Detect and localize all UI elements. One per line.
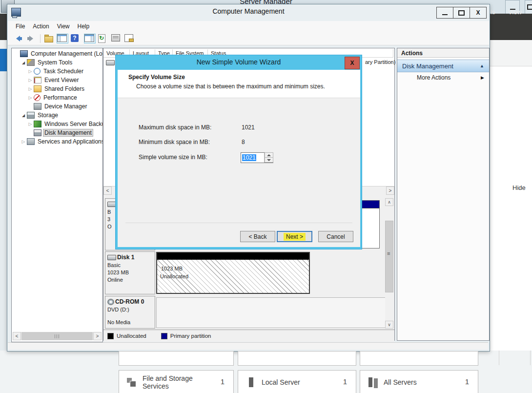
back-button-label: < Back (248, 233, 266, 240)
tree-expanded-icon[interactable]: ◢ (20, 61, 26, 65)
server-manager-menu-view[interactable]: View (508, 8, 522, 16)
device-manager-icon (34, 103, 41, 110)
tile-count: 1 (343, 377, 347, 386)
disk-view-vertical-scrollbar[interactable]: ∧ ∨ (385, 198, 393, 329)
dashboard-divider (530, 351, 531, 365)
collapse-icon[interactable]: ▲ (480, 63, 484, 68)
disk1-label-box[interactable]: Disk 1 Basic 1023 MB Online (105, 251, 155, 294)
dialog-description: Choose a volume size that is between the… (136, 83, 325, 90)
folder-up-icon[interactable] (43, 34, 54, 43)
unallocated-label: Unallocated (117, 333, 146, 339)
tree-horizontal-scrollbar[interactable]: < > (13, 332, 102, 340)
cdrom-status: No Media (107, 319, 155, 325)
cdrom-drive: DVD (D:) (107, 307, 155, 312)
window-maximize-button[interactable] (453, 7, 470, 19)
cdrom-label-box[interactable]: CD-ROM 0 DVD (D:) No Media (105, 296, 155, 329)
server-manager-content-strip (490, 66, 532, 351)
tree-collapsed-icon[interactable]: ▷ (27, 86, 33, 91)
server-manager-menu-tools[interactable]: ls (491, 8, 495, 16)
tile-all-servers[interactable]: All Servers1 (360, 370, 478, 393)
tree-item-computer-management-local[interactable]: Computer Management (Local (12, 49, 102, 58)
disk1-name: Disk 1 (117, 254, 134, 261)
storage-icon (27, 112, 35, 119)
windows-server-backup-icon (34, 121, 41, 127)
forward-icon[interactable] (26, 34, 37, 43)
back-button[interactable]: < Back (240, 231, 275, 242)
tree-collapsed-icon[interactable]: ▷ (20, 139, 26, 144)
dialog-close-button[interactable] (345, 57, 360, 69)
window-title: Computer Management (7, 7, 490, 15)
shared-folders-icon (34, 85, 41, 92)
export-list-icon[interactable] (124, 34, 135, 43)
server-manager-maximize-button[interactable] (525, 0, 532, 14)
scroll-thumb[interactable] (21, 332, 93, 340)
volume-size-value: 1021 (242, 154, 256, 161)
menu-file[interactable]: File (16, 23, 25, 30)
menu-view[interactable]: View (57, 23, 70, 30)
help-icon[interactable] (71, 34, 82, 43)
spin-down-button[interactable] (265, 157, 273, 163)
screen: Server Manager ls View Hide File and Sto… (0, 0, 532, 393)
dashboard-divider (499, 351, 499, 365)
scroll-up-button[interactable]: ∧ (385, 198, 393, 206)
tree-collapsed-icon[interactable]: ▷ (27, 78, 33, 83)
all-servers-icon (367, 376, 379, 388)
tile-local-server[interactable]: Local Server1 (238, 370, 356, 393)
window-titlebar[interactable]: Computer Management (7, 4, 490, 20)
cancel-button[interactable]: Cancel (318, 231, 353, 242)
tile-count: 1 (221, 377, 225, 386)
left-edge-strip (0, 40, 7, 49)
tree-collapsed-icon[interactable]: ▷ (27, 69, 33, 74)
actions-group-disk-management[interactable]: Disk Management ▲ (397, 60, 489, 72)
hide-link[interactable]: Hide (512, 184, 526, 191)
window-controls (437, 7, 487, 19)
next-button[interactable]: Next > (277, 231, 312, 242)
actions-group-title: Disk Management (402, 62, 453, 70)
tree-item-system-tools[interactable]: ◢System Tools (12, 58, 102, 67)
tile-partial (360, 351, 478, 366)
volume-size-input[interactable]: 1021 (241, 153, 264, 163)
tree-item-storage[interactable]: ◢Storage (12, 111, 102, 120)
show-action-pane-icon[interactable] (84, 34, 96, 43)
back-icon[interactable] (13, 34, 23, 43)
tree-item-disk-management[interactable]: Disk Management (12, 128, 102, 137)
dialog-content: Specify Volume Size Choose a volume size… (118, 70, 360, 247)
tree-item-task-scheduler[interactable]: ▷Task Scheduler (12, 67, 102, 76)
tile-label: File and Storage Services (143, 374, 216, 390)
dialog-heading: Specify Volume Size (128, 74, 185, 81)
window-close-button[interactable] (470, 7, 487, 19)
scroll-left-button[interactable]: < (13, 332, 21, 340)
scroll-thumb[interactable] (385, 221, 393, 292)
tree-expanded-icon[interactable]: ◢ (20, 113, 26, 118)
scroll-right-button[interactable]: > (93, 332, 102, 340)
disk1-unallocated-region[interactable]: 1023 MB Unallocated (156, 252, 310, 294)
refresh-icon[interactable] (98, 34, 109, 43)
more-actions-item[interactable]: More Actions ▶ (397, 72, 489, 83)
event-viewer-icon (34, 77, 41, 83)
scroll-right-button[interactable]: > (386, 186, 394, 195)
tile-file-and-storage-services[interactable]: File and Storage Services1 (119, 370, 234, 393)
simple-volume-size-label: Simple volume size in MB: (139, 154, 207, 161)
volume-size-spinbox[interactable]: 1021 (241, 152, 273, 163)
tree-item-device-manager[interactable]: Device Manager (12, 102, 102, 111)
tree-item-windows-server-backup[interactable]: ▷Windows Server Backup (12, 120, 102, 128)
tree-item-performance[interactable]: ▷Performance (12, 93, 102, 102)
show-console-tree-icon[interactable] (57, 34, 68, 43)
tree-item-shared-folders[interactable]: ▷Shared Folders (12, 84, 102, 93)
tree-collapsed-icon[interactable]: ▷ (27, 122, 33, 126)
region-state-label: Unallocated (160, 273, 188, 279)
unallocated-swatch (107, 333, 114, 339)
tree-collapsed-icon[interactable]: ▷ (27, 95, 33, 100)
tree-item-services-and-applications[interactable]: ▷Services and Applications (12, 137, 102, 146)
dialog-titlebar[interactable]: New Simple Volume Wizard (116, 55, 362, 70)
menu-help[interactable]: Help (78, 23, 90, 30)
window-minimize-button[interactable] (436, 7, 453, 19)
scroll-left-button[interactable]: < (103, 186, 112, 195)
properties-icon[interactable] (111, 34, 122, 43)
tree-item-event-viewer[interactable]: ▷Event Viewer (12, 76, 102, 84)
scroll-down-button[interactable]: ∨ (385, 321, 393, 329)
disk-management-icon (34, 129, 41, 136)
cdrom-icon (107, 299, 114, 305)
tree-item-label: Storage (37, 112, 59, 119)
menu-action[interactable]: Action (33, 23, 49, 30)
